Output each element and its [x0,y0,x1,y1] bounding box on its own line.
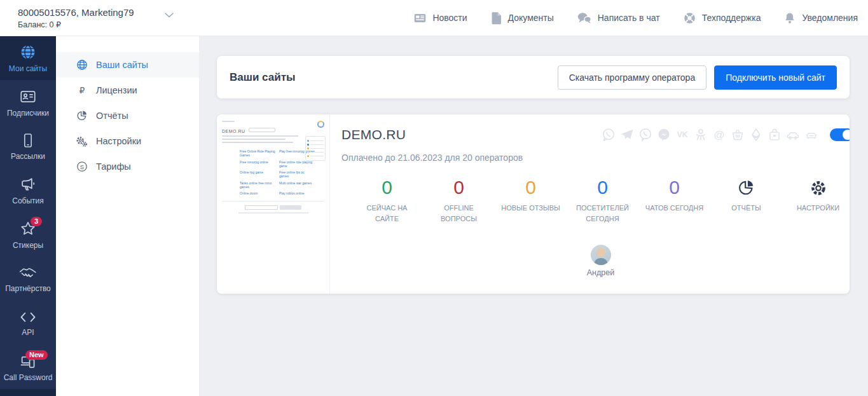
stat-chats-today: 0 ЧАТОВ СЕГОДНЯ [638,178,710,224]
lifebuoy-icon [683,11,696,25]
telegram-channel-icon[interactable] [619,127,635,142]
svg-text:₽: ₽ [79,86,85,95]
thumb-decoration [222,135,298,137]
phone-icon [20,132,36,149]
sidebar-item-call-password[interactable]: New Call Password [0,345,56,389]
thumb-sidebar-box [305,136,326,161]
topbar: 80005015576, Marketing79 Баланс: 0 ₽ Нов… [0,0,868,36]
sidebar-item-my-sites[interactable]: Мои сайты [0,36,56,80]
site-domain: DEMO.RU [341,127,406,142]
topnav-chat-label: Написать в чат [598,13,660,23]
svg-text:@: @ [713,129,724,141]
site-card-content: DEMO.RU VK @ [330,114,850,294]
topnav: Новости Документы Написать в чат Техподд… [413,11,868,25]
stat-label: ЧАТОВ СЕГОДНЯ [638,203,710,214]
page-header-card: Ваши сайты Скачать программу оператора П… [217,56,850,99]
gear-icon [782,178,850,197]
site-settings-button[interactable]: НАСТРОЙКИ [782,178,850,224]
topnav-news[interactable]: Новости [413,11,467,25]
car-side-channel-icon[interactable] [785,127,801,142]
toggle-knob [843,130,850,140]
thumb-decoration [222,139,286,140]
call-password-badge: New [25,350,48,360]
vk-channel-icon[interactable]: VK [675,127,690,142]
sidebar-item-events[interactable]: События [0,168,56,212]
sidebar-item-partnership[interactable]: Партнёрство [0,257,56,301]
thumb-link: Online doom [240,191,275,195]
email-channel-icon[interactable]: @ [712,127,727,142]
site-title-row: DEMO.RU VK @ [341,127,850,142]
subsidebar-item-settings[interactable]: Настройки [56,128,199,154]
car-front-channel-icon[interactable] [804,127,819,142]
operator-avatar [591,245,611,265]
account-id: 80005015576, Marketing79 [18,7,134,18]
app-root: 80005015576, Marketing79 Баланс: 0 ₽ Нов… [0,0,868,396]
paid-info: Оплачено до 21.06.2023 для 20 операторов [341,153,850,163]
crypto-channel-icon[interactable] [748,127,764,142]
sidebar-item-label: Партнёрство [5,284,51,293]
thumb-link: Free online role playing game [279,160,315,168]
subsidebar-item-your-sites[interactable]: Ваши сайты [56,52,199,78]
sidebar-item-api[interactable]: API [0,301,56,345]
thumb-site-title: DEMO.RU [222,124,324,135]
topnav-notifications[interactable]: Уведомления [783,11,858,25]
sidebar-item-label: Мои сайты [9,64,47,73]
thumb-caption [238,212,308,214]
sidebar-item-label: Рассылки [11,152,45,161]
topnav-chat[interactable]: Написать в чат [577,11,660,25]
pie-chart-icon [76,110,88,121]
site-enabled-toggle[interactable] [830,128,850,141]
thumb-decoration [222,142,293,143]
site-card: DEMO.RU Free Online Role Playing Games P… [217,114,850,294]
thumb-link: Free Online Role Playing Games [240,149,275,158]
page-title: Ваши сайты [230,71,296,84]
stat-online-now: 0 СЕЙЧАС НА САЙТЕ [351,178,423,224]
site-thumbnail[interactable]: DEMO.RU Free Online Role Playing Games P… [217,114,330,294]
odnoklassniki-channel-icon[interactable] [693,127,708,142]
topnav-documents[interactable]: Документы [490,11,554,25]
svg-text:S: S [79,163,83,170]
thumb-divider [222,201,324,201]
messenger-channel-icon[interactable] [656,127,672,142]
stat-value: 0 [423,178,495,197]
subsidebar-item-reports[interactable]: Отчёты [56,103,199,128]
sidebar-item-subscribers[interactable]: Подписчики [0,80,56,124]
sidebar-item-label: API [22,328,34,337]
thumb-button [249,128,275,132]
stat-new-reviews: 0 НОВЫЕ ОТЗЫВЫ [495,178,567,224]
chevron-down-icon[interactable] [165,13,174,18]
stat-value: 0 [567,178,638,197]
basket-channel-icon[interactable] [730,127,745,142]
subsidebar-item-tariffs[interactable]: S Тарифы [56,154,199,179]
thumb-link: Multi online war games [279,181,315,189]
globe-icon [19,43,37,61]
download-operator-app-button[interactable]: Скачать программу оператора [558,65,707,90]
thumb-link: Free mmorpg online [240,160,275,168]
topnav-news-label: Новости [432,13,467,23]
shop-bag-channel-icon[interactable] [767,127,782,142]
sidebar-item-mailings[interactable]: Рассылки [0,125,56,168]
topnav-documents-label: Документы [508,13,554,23]
subsidebar-item-label: Лицензии [96,85,137,95]
whatsapp-channel-icon[interactable] [601,127,616,142]
operator-chip: Андрей [565,245,637,277]
stat-value: 0 [638,178,710,197]
connect-new-site-button[interactable]: Подключить новый сайт [714,65,837,90]
site-reports-button[interactable]: ОТЧЁТЫ [710,178,782,224]
sidebar-item-label: Стикеры [13,241,43,250]
stat-value: 0 [495,178,567,197]
account-selector[interactable]: 80005015576, Marketing79 Баланс: 0 ₽ [0,7,174,29]
sidebar-bottom-strip [0,389,56,396]
stat-label: НОВЫЕ ОТЗЫВЫ [495,203,567,214]
channel-icons: VK @ [601,127,850,142]
subsidebar-item-licenses[interactable]: ₽ Лицензии [56,78,199,103]
sidebar-item-label: Call Password [4,373,53,382]
pie-chart-icon [710,178,782,197]
stat-label: СЕЙЧАС НА САЙТЕ [351,203,423,224]
viber-channel-icon[interactable] [638,127,653,142]
topnav-support[interactable]: Техподдержка [683,11,761,25]
sidebar-item-stickers[interactable]: 3 Стикеры [0,213,56,257]
action-label: ОТЧЁТЫ [710,203,782,214]
subsidebar-item-label: Тарифы [96,161,131,172]
main-content: Ваши сайты Скачать программу оператора П… [199,36,868,396]
